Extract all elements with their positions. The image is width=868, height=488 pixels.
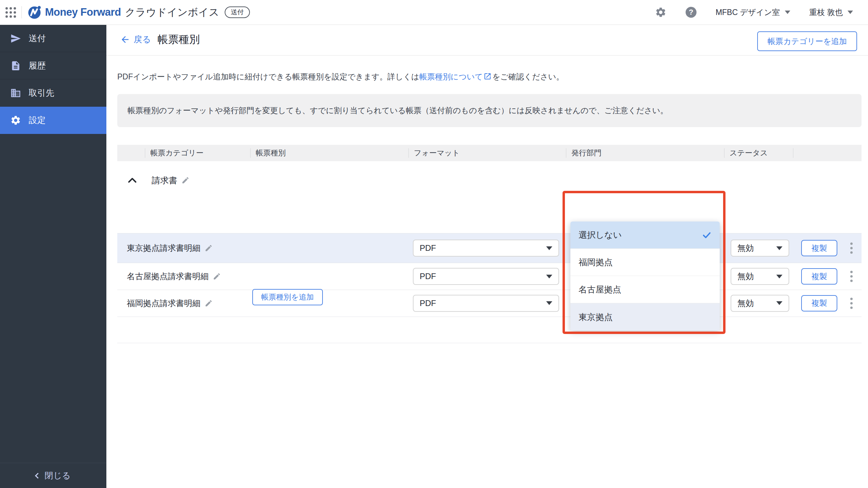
add-category-button[interactable]: 帳票カテゴリーを追加 [757,31,857,51]
edit-pencil-icon[interactable] [205,244,213,252]
sidebar-item-send[interactable]: 送付 [0,25,106,52]
send-icon [10,33,21,44]
format-select[interactable]: PDF [413,240,559,257]
page-title: 帳票種別 [158,32,200,47]
sidebar-item-label: 設定 [29,115,46,126]
edit-pencil-icon[interactable] [213,272,221,280]
doc-type-name: 名古屋拠点請求書明細 [127,271,209,282]
duplicate-button[interactable]: 複製 [801,295,837,311]
sidebar-collapse-button[interactable]: 閉じる [0,463,106,488]
select-caret-icon [776,301,782,305]
chevron-left-icon [35,473,41,478]
select-caret-icon [776,275,782,278]
brand-name: Money Forward [45,6,121,18]
doc-type-cell: 東京拠点請求書明細 [127,243,213,254]
sidebar-item-settings[interactable]: 設定 [0,107,106,134]
screen: Money Forward クラウドインボイス 送付 ? MFBC デザイン室 … [0,0,868,488]
dropdown-option[interactable]: 東京拠点 [570,303,720,331]
collapse-chevron-icon[interactable] [128,177,137,183]
main-content: 戻る 帳票種別 帳票カテゴリーを追加 PDFインポートやファイル追加時に紐付けで… [106,25,868,488]
table-body: 請求書 東京拠点請求書明細 PDF [117,161,862,318]
col-header-status: ステータス [724,148,768,158]
app-header: Money Forward クラウドインボイス 送付 ? MFBC デザイン室 … [0,0,868,25]
notice-text: 帳票種別のフォーマットや発行部門を変更しても、すでに割り当てられている帳票（送付… [128,105,668,116]
format-value: PDF [420,299,436,308]
dropdown-option-label: 名古屋拠点 [579,284,621,295]
duplicate-button[interactable]: 複製 [801,240,837,256]
page-titlebar: 戻る 帳票種別 帳票カテゴリーを追加 [106,25,868,56]
help-icon[interactable]: ? [686,7,697,18]
user-menu[interactable]: 重枝 敦也 [809,7,853,18]
col-header-doc-type: 帳票種別 [250,148,286,158]
tenant-menu[interactable]: MFBC デザイン室 [716,7,790,18]
status-select[interactable]: 無効 [731,295,789,312]
category-row: 請求書 [117,169,862,192]
moneyforward-logo-icon [28,5,42,19]
arrow-back-icon [120,34,130,45]
external-link-icon [483,72,492,80]
app-header-left: Money Forward クラウドインボイス 送付 [0,5,250,19]
product-name: クラウドインボイス [125,5,219,19]
add-doc-type-button[interactable]: 帳票種別を追加 [252,289,323,305]
dropdown-option[interactable]: 選択しない [570,222,720,249]
status-value: 無効 [737,243,754,254]
sidebar: 送付 履歴 取引先 設定 閉じる [0,25,106,488]
doc-type-name: 福岡拠点請求書明細 [127,298,200,309]
format-select[interactable]: PDF [413,268,559,285]
status-select[interactable]: 無効 [731,240,789,257]
sidebar-item-history[interactable]: 履歴 [0,52,106,79]
sidebar-item-label: 履歴 [29,60,46,71]
format-value: PDF [420,272,436,281]
sidebar-item-label: 送付 [29,33,46,44]
dropdown-option-label: 選択しない [579,229,622,241]
tenant-name: MFBC デザイン室 [716,7,780,18]
table-row: 東京拠点請求書明細 PDF 選択しない [117,233,862,263]
back-label: 戻る [134,34,151,45]
kebab-menu-icon[interactable] [849,296,854,310]
header-divider [21,6,22,18]
doc-type-name: 東京拠点請求書明細 [127,243,200,254]
format-value: PDF [420,243,436,253]
status-value: 無効 [737,298,754,309]
document-icon [10,60,21,71]
edit-pencil-icon[interactable] [205,299,213,307]
status-value: 無効 [737,271,754,282]
app-launcher-icon[interactable] [5,7,16,18]
doc-type-cell: 福岡拠点請求書明細 [127,298,213,309]
sidebar-item-label: 取引先 [29,87,54,98]
table-row: 福岡拠点請求書明細 PDF 無効 [117,290,862,316]
col-header-department: 発行部門 [566,148,601,158]
table-row: 名古屋拠点請求書明細 PDF 無効 [117,263,862,290]
back-link[interactable]: 戻る [120,34,151,45]
gear-icon [10,115,21,126]
col-header-format: フォーマット [408,148,460,158]
chevron-down-icon [848,11,853,14]
edit-pencil-icon[interactable] [181,176,190,184]
dropdown-option[interactable]: 名古屋拠点 [570,276,720,303]
select-caret-icon [546,246,552,250]
doc-type-help-link[interactable]: 帳票種別について [419,72,483,81]
building-icon [10,88,21,98]
format-select[interactable]: PDF [413,295,559,312]
settings-gear-icon[interactable] [655,6,667,18]
doc-type-table: 帳票カテゴリー 帳票種別 フォーマット 発行部門 ステータス 請求書 [117,145,862,318]
app-header-right: ? MFBC デザイン室 重枝 敦也 [655,6,868,18]
select-caret-icon [776,246,782,250]
kebab-menu-icon[interactable] [849,241,854,255]
dropdown-option-label: 福岡拠点 [579,257,613,268]
table-header-row: 帳票カテゴリー 帳票種別 フォーマット 発行部門 ステータス [117,145,862,161]
user-name: 重枝 敦也 [809,7,843,18]
status-select[interactable]: 無効 [731,268,789,285]
sidebar-close-label: 閉じる [45,470,71,481]
sidebar-item-partners[interactable]: 取引先 [0,79,106,107]
dropdown-option-label: 東京拠点 [579,311,613,323]
select-caret-icon [546,275,552,278]
page-description: PDFインポートやファイル追加時に紐付けできる帳票種別を設定できます。詳しくは帳… [117,72,564,82]
dropdown-option[interactable]: 福岡拠点 [570,249,720,276]
kebab-menu-icon[interactable] [849,270,854,284]
col-header-category: 帳票カテゴリー [145,148,204,158]
chevron-down-icon [785,11,790,14]
duplicate-button[interactable]: 複製 [801,268,837,285]
description-text-after: をご確認ください。 [492,72,564,81]
category-name: 請求書 [152,175,177,186]
